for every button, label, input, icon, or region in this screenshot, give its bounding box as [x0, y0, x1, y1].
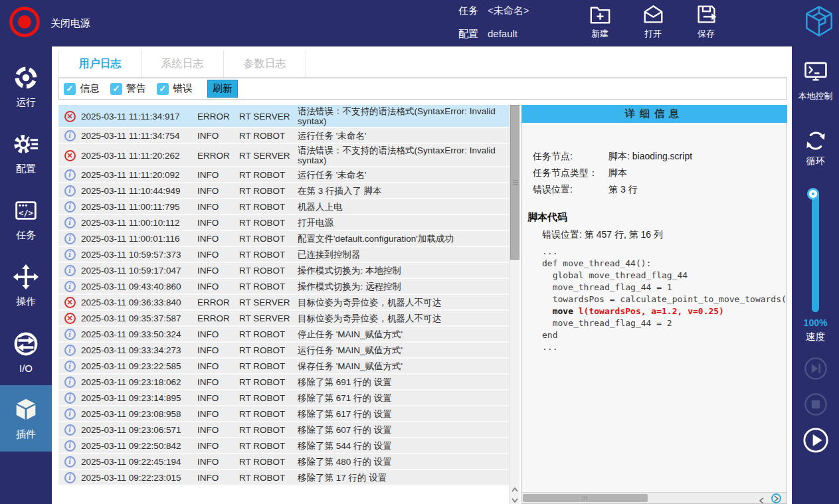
terminal-icon[interactable]: [792, 60, 839, 87]
log-row[interactable]: i2025-03-11 09:22:45:194INFORT ROBOT移除了第…: [58, 454, 509, 470]
topbar-action-label: 保存: [698, 28, 715, 40]
step-forward-button[interactable]: [792, 357, 839, 380]
log-source: RT ROBOT: [239, 282, 298, 292]
tab-param-log[interactable]: 参数日志: [224, 50, 306, 77]
log-message: 移除了第 480 行的 设置: [298, 457, 509, 467]
log-row[interactable]: i2025-03-11 11:00:11:795INFORT ROBOT机器人上…: [58, 199, 509, 215]
main-content: 用户日志系统日志参数日志 ✓信息✓警告✓错误 刷新 ✕2025-03-11 11…: [52, 46, 792, 504]
sidebar-item-plugin[interactable]: 插件: [0, 385, 52, 452]
filter-checkbox-info[interactable]: ✓信息: [64, 82, 100, 95]
filter-checkbox-warning[interactable]: ✓警告: [110, 82, 146, 95]
detail-field: 任务节点类型：脚本: [533, 165, 787, 181]
scrollbar-thumb[interactable]: [523, 494, 648, 502]
log-time: 2025-03-11 09:23:06:571: [81, 425, 197, 435]
log-row[interactable]: i2025-03-11 11:10:44:949INFORT ROBOT在第 3…: [58, 183, 509, 199]
detail-panel-body: 任务节点:脚本: biaoding.script任务节点类型：脚本错误位置:第 …: [521, 123, 787, 504]
loop-icon[interactable]: [792, 127, 839, 157]
log-row[interactable]: ✕2025-03-11 11:11:20:262ERRORRT SERVER语法…: [58, 144, 509, 167]
filter-label: 信息: [80, 82, 100, 95]
log-row[interactable]: i2025-03-11 09:22:23:015INFORT ROBOT移除了第…: [58, 470, 509, 486]
info-icon: i: [64, 169, 76, 181]
detail-horizontal-scrollbar[interactable]: [522, 492, 787, 503]
error-icon: ✕: [64, 297, 76, 308]
info-icon: i: [64, 265, 76, 276]
speed-percent-value: 100%: [792, 317, 839, 328]
log-row[interactable]: i2025-03-11 11:00:01:116INFORT ROBOT配置文件…: [58, 231, 509, 247]
log-vertical-scrollbar[interactable]: [509, 105, 519, 504]
log-row[interactable]: ✕2025-03-11 09:36:33:840ERRORRT SERVER目标…: [58, 295, 509, 311]
scrollbar-thumb[interactable]: [510, 105, 519, 260]
log-message: 操作模式切换为: 本地控制: [298, 266, 509, 276]
log-row[interactable]: i2025-03-11 09:23:18:062INFORT ROBOT移除了第…: [58, 375, 509, 390]
code-error-position: 错误位置: 第 457 行, 第 16 列: [542, 229, 787, 241]
log-row[interactable]: ✕2025-03-11 11:11:34:917ERRORRT SERVER语法…: [58, 105, 509, 128]
power-off-button[interactable]: [9, 7, 40, 37]
log-row[interactable]: i2025-03-11 09:23:06:571INFORT ROBOT移除了第…: [58, 422, 509, 438]
scroll-down-icon[interactable]: [512, 493, 518, 504]
log-source: RT ROBOT: [239, 329, 298, 339]
log-row[interactable]: i2025-03-11 10:59:57:373INFORT ROBOT已连接到…: [58, 247, 509, 263]
speed-slider-thumb[interactable]: [809, 190, 817, 198]
log-level: INFO: [197, 473, 239, 483]
topbar-action-label: 新建: [591, 28, 608, 40]
info-icon: i: [64, 377, 76, 388]
sidebar-item-task[interactable]: </>任务: [0, 186, 52, 252]
filter-checkbox-error[interactable]: ✓错误: [157, 82, 193, 95]
log-row[interactable]: i2025-03-11 09:33:50:324INFORT ROBOT停止任务…: [58, 327, 509, 343]
log-time: 2025-03-11 11:00:11:795: [81, 202, 197, 212]
log-message: 在第 3 行插入了 脚本: [298, 186, 509, 196]
log-row[interactable]: i2025-03-11 09:33:34:273INFORT ROBOT运行任务…: [58, 343, 509, 359]
log-tabs: 用户日志系统日志参数日志: [58, 50, 787, 78]
info-icon: i: [64, 456, 76, 467]
log-row[interactable]: i2025-03-11 10:59:17:047INFORT ROBOT操作模式…: [58, 263, 509, 279]
sidebar-item-label: 插件: [16, 428, 36, 441]
sidebar-item-io[interactable]: I/O: [0, 319, 52, 385]
log-source: RT SERVER: [239, 112, 298, 122]
sidebar-item-config[interactable]: 配置: [0, 120, 52, 186]
scrollbar-grip: [513, 180, 518, 181]
log-time: 2025-03-11 11:11:20:092: [81, 170, 197, 180]
refresh-button[interactable]: 刷新: [207, 80, 238, 98]
plugin-icon: [12, 396, 40, 426]
log-row[interactable]: i2025-03-11 09:22:50:842INFORT ROBOT移除了第…: [58, 438, 509, 454]
play-button[interactable]: [792, 427, 839, 454]
speed-slider-track[interactable]: [812, 193, 819, 312]
operate-icon: [12, 263, 40, 294]
log-source: RT SERVER: [239, 151, 298, 161]
tab-user-log[interactable]: 用户日志: [59, 50, 141, 77]
new-file-button[interactable]: 新建: [583, 4, 616, 40]
log-message: 已连接到控制器: [298, 250, 509, 260]
scroll-right-icon[interactable]: [771, 493, 781, 503]
log-time: 2025-03-11 09:33:50:324: [81, 329, 197, 339]
log-row[interactable]: ✕2025-03-11 09:35:37:587ERRORRT SERVER目标…: [58, 311, 509, 327]
log-row[interactable]: i2025-03-11 11:11:34:754INFORT ROBOT运行任务…: [58, 128, 509, 144]
log-row[interactable]: i2025-03-11 09:43:40:860INFORT ROBOT操作模式…: [58, 279, 509, 295]
open-file-button[interactable]: 打开: [636, 4, 670, 40]
log-level-cell: i: [58, 361, 81, 372]
log-row[interactable]: i2025-03-11 11:11:20:092INFORT ROBOT运行任务…: [58, 167, 509, 183]
scroll-left-icon[interactable]: [759, 495, 764, 504]
detail-fields: 任务节点:脚本: biaoding.script任务节点类型：脚本错误位置:第 …: [533, 148, 787, 198]
log-table: ✕2025-03-11 11:11:34:917ERRORRT SERVER语法…: [58, 105, 509, 504]
info-icon: i: [64, 424, 76, 436]
detail-field: 任务节点:脚本: biaoding.script: [533, 148, 787, 165]
save-file-button[interactable]: 保存: [690, 4, 723, 40]
log-level: INFO: [197, 234, 239, 244]
log-message: 语法错误：不支持的语法格式(SyntaxError: Invalid synta…: [298, 106, 509, 126]
sidebar-item-operate[interactable]: 操作: [0, 252, 52, 319]
log-message: 打开电源: [298, 218, 509, 228]
log-row[interactable]: i2025-03-11 09:23:14:895INFORT ROBOT移除了第…: [58, 390, 509, 406]
log-level-cell: i: [58, 265, 81, 276]
log-row[interactable]: i2025-03-11 09:23:22:585INFORT ROBOT保存任务…: [58, 359, 509, 375]
log-time: 2025-03-11 11:11:34:917: [81, 112, 197, 122]
tab-system-log[interactable]: 系统日志: [141, 50, 224, 77]
sidebar-item-label: 配置: [16, 163, 36, 175]
log-message: 移除了第 607 行的 设置: [298, 425, 509, 435]
sidebar-item-run[interactable]: 运行: [0, 53, 52, 120]
log-time: 2025-03-11 09:23:08:958: [81, 409, 197, 419]
script-code-title: 脚本代码: [527, 211, 787, 224]
stop-button[interactable]: [792, 392, 839, 416]
log-row[interactable]: i2025-03-11 11:00:10:112INFORT ROBOT打开电源: [58, 215, 509, 231]
log-row[interactable]: i2025-03-11 09:23:08:958INFORT ROBOT移除了第…: [58, 406, 509, 422]
log-level: INFO: [197, 266, 239, 276]
